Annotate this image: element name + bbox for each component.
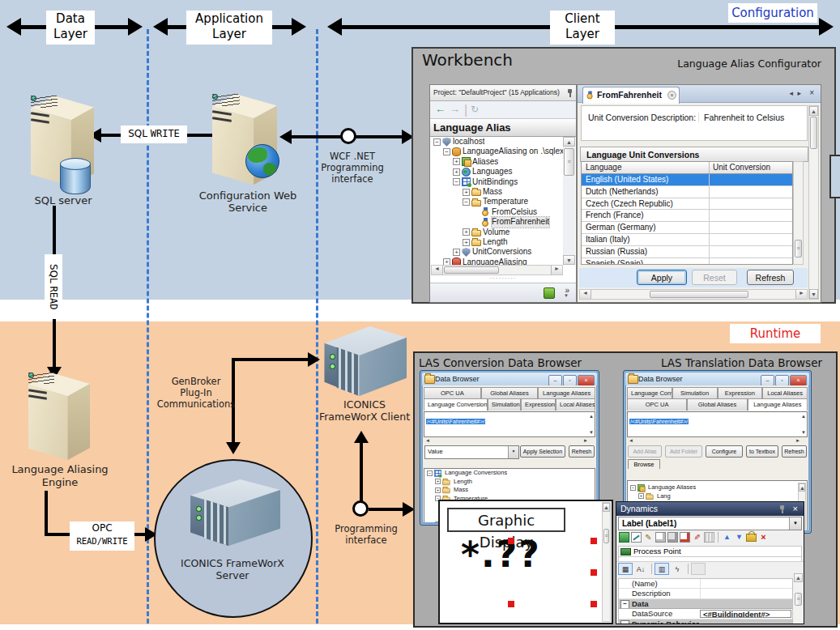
window-titlebar[interactable]: Data Browser – ▫ × [625,372,809,385]
tree-toggle-icon[interactable]: − [453,178,460,185]
scrollbar-thumb[interactable] [444,266,499,274]
columns-icon[interactable]: ▥ [655,563,669,575]
pin-icon[interactable] [565,89,574,97]
explorer-hscrollbar[interactable]: ◄ ► [431,265,563,275]
sq2-icon[interactable] [667,532,678,543]
tree-item-mass[interactable]: +Mass [431,187,563,197]
scroll-right-icon[interactable]: ► [795,290,807,299]
tab-close-icon[interactable]: × [667,91,676,100]
refresh-button[interactable]: Refresh [569,445,595,458]
tab-expression[interactable]: Expression [521,398,556,411]
tab-simulation[interactable]: Simulation [488,398,521,411]
close-icon[interactable]: × [793,502,798,515]
tree-toggle-icon[interactable]: + [463,189,470,196]
scroll-down-icon[interactable]: ▼ [563,255,575,265]
tree-toggle-icon[interactable]: − [630,485,636,491]
scrollbar-thumb[interactable]: ≡ [564,148,574,176]
selection-handle[interactable] [508,601,514,607]
selection-handle[interactable] [508,538,514,544]
lock-icon[interactable] [746,534,757,542]
window-titlebar[interactable]: Data Browser – ▫ × [422,372,597,385]
language-row[interactable]: Spanish (Spain) [582,258,792,265]
property-category-data[interactable]: −Data [619,599,792,609]
scroll-up-icon[interactable]: ▲ [563,137,575,147]
tree-toggle-icon[interactable]: + [453,158,460,165]
explorer-vscrollbar[interactable]: ▲ ≡ ▼ [563,137,575,265]
tab-fromfahrenheit[interactable]: FromFahrenheit × [582,87,680,104]
collapse-icon[interactable]: − [620,620,629,624]
language-row[interactable]: German (Germany) [582,222,792,234]
apply-button[interactable]: Apply [637,270,687,285]
tab-local-aliases[interactable]: Local Aliases [762,387,808,399]
tree-item-fromcelsius[interactable]: FromCelsius [431,207,563,217]
tree-toggle-icon[interactable]: − [463,198,470,206]
x-icon[interactable]: × [758,532,769,543]
tree-toggle-icon[interactable]: − [433,138,441,146]
button-to-textbox[interactable]: to Textbox [746,445,778,458]
object-selector[interactable]: Label (Label1) ▼ [618,517,802,530]
scrollbar-thumb[interactable] [810,117,817,149]
value-combobox[interactable]: Value▼ [424,445,519,459]
tree-item-fromfahrenheit[interactable]: FromFahrenheit [431,217,563,227]
tab-language-conversions[interactable]: Language Conversions [424,398,488,411]
scroll-up-icon[interactable]: ▲ [794,573,803,582]
tree-item-volume[interactable]: +Volume [431,228,563,237]
scrollbar-thumb[interactable]: ≡ [603,529,609,543]
property-value[interactable] [700,589,792,598]
maximize-button[interactable]: ▫ [775,375,789,386]
tab-next-icon[interactable]: ▸ [797,89,801,97]
tree-item-languagealiasing-on-sqlexpr[interactable]: −LanguageAliasing on .\sqlexpr [431,147,563,156]
scroll-down-icon[interactable]: ▼ [589,430,594,435]
tree-toggle-icon[interactable]: + [463,239,470,246]
scroll-down-icon[interactable]: ▼ [801,430,806,435]
language-row[interactable]: Italian (Italy) [582,234,792,246]
eraser-icon[interactable]: ✎ [692,532,702,543]
scroll-right-icon[interactable]: ► [551,266,562,275]
tab-language-aliases[interactable]: Language Aliases [748,398,808,411]
graphic-display-content[interactable]: *.?? [461,534,600,575]
tab-opc-ua[interactable]: OPC UA [424,387,481,399]
dynamics-vscrollbar[interactable]: ▲ ≡ [794,573,803,624]
button-configure[interactable]: Configure [706,445,743,458]
tab-expression[interactable]: Expression [718,387,763,399]
scroll-left-icon[interactable]: ◄ [580,290,591,299]
tab-language-conversions[interactable]: Language Conversions [627,387,672,399]
tab-simulation[interactable]: Simulation [672,387,718,399]
collapse-icon[interactable]: − [620,600,629,608]
language-row[interactable]: Dutch (Netherlands) [582,186,792,198]
process-point-item[interactable]: Process Point [618,546,802,557]
scroll-up-icon[interactable]: ▲ [801,414,806,419]
tree-item-mass[interactable]: +Mass [424,486,595,495]
language-row[interactable]: Russian (Russia) [582,246,792,258]
scroll-left-icon[interactable]: ◄ [629,438,633,443]
close-button[interactable]: × [790,375,807,386]
scrollbar-thumb[interactable] [650,291,748,298]
property-row-datasource[interactable]: DataSource<#BuildingIdent#> [619,609,792,619]
scroll-right-icon[interactable]: ► [795,438,800,443]
scrollbar-thumb[interactable]: ≡ [795,240,802,258]
scroll-up-icon[interactable]: ▲ [603,503,610,512]
tree-toggle-icon[interactable]: + [435,479,441,484]
scroll-left-icon[interactable]: ◄ [425,438,430,443]
tab-list-close-icon[interactable]: × [809,88,814,97]
tree-item-length[interactable]: +Length [424,478,595,487]
minimize-button[interactable]: – [761,375,774,386]
reset-button[interactable]: Reset [692,270,737,285]
tree-toggle-icon[interactable]: + [435,487,441,493]
back-icon[interactable]: ← [435,103,446,115]
editor-vscrollbar[interactable]: ▲ ▼ [808,105,819,300]
refresh-button[interactable]: Refresh [747,270,794,285]
tree-toggle-icon[interactable]: + [463,228,470,236]
table-vscrollbar[interactable]: ≡ [793,161,804,265]
property-value[interactable]: <#BuildingIdent#> [700,610,791,617]
tree-toggle-icon[interactable]: + [638,493,644,499]
tree-item-length[interactable]: +Length [431,237,563,247]
sq1-icon[interactable] [655,532,666,543]
tree-item-lang[interactable]: +Lang [628,492,807,501]
pin-icon[interactable] [778,505,786,513]
property-row-description[interactable]: Description [619,589,792,598]
tree-toggle-icon[interactable]: + [453,168,460,176]
apply-selection-button[interactable]: Apply Selection [520,445,565,458]
forward-icon[interactable]: → [450,103,460,115]
tree-toggle-icon[interactable]: + [443,258,450,265]
